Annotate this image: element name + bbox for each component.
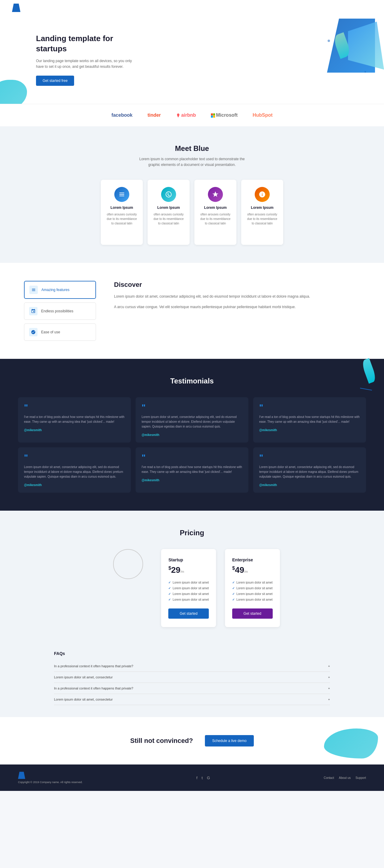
social-twitter-icon[interactable]: t: [201, 776, 203, 780]
plan-features-startup: ✓Lorem ipsum dolor sit amet ✓Lorem ipsum…: [168, 580, 209, 602]
testimonial-card-5: " I've read a ton of blog posts about ho…: [136, 447, 248, 493]
discover-title: Discover: [114, 281, 360, 289]
faq-item-4[interactable]: Lorem ipsum dolor sit amet, consectetur …: [54, 694, 330, 705]
faq-item-3[interactable]: In a professional context it often happe…: [54, 683, 330, 694]
card-title-3: Lorem Ipsum: [199, 206, 232, 210]
cta-teal-blob: [324, 728, 378, 758]
faq-section: FAQs In a professional context it often …: [0, 645, 384, 717]
ease-tab-label: Ease of use: [41, 330, 60, 334]
testimonials-title: Testimonials: [18, 377, 366, 385]
footer-link-support[interactable]: Support: [355, 776, 366, 779]
footer-nav-links: Contact About us Support: [324, 776, 366, 779]
discover-tabs: Amazing features Endless possibilities E…: [24, 281, 96, 341]
quote-mark-6: ": [259, 453, 360, 462]
pricing-card-startup: Startup $29/m ✓Lorem ipsum dolor sit ame…: [161, 549, 216, 627]
quote-mark-2: ": [141, 403, 243, 412]
footer-social-links: f t G: [196, 776, 210, 780]
card-desc-4: often arouses curiosity due to its resem…: [246, 212, 278, 226]
testimonial-card-6: " Lorem ipsum dolor sit amet, consectetu…: [253, 447, 366, 493]
svg-rect-1: [213, 114, 215, 116]
svg-rect-3: [213, 116, 215, 118]
testimonial-text-1: I've read a ton of blog posts about how …: [24, 415, 125, 424]
feature-card-2: Lorem Ipsum often arouses curiosity due …: [148, 180, 190, 245]
faq-expand-icon-4: +: [328, 698, 330, 701]
testimonial-author-3: @mikesmith: [259, 429, 360, 432]
card-icon-3: [208, 187, 223, 202]
faq-question-2: Lorem ipsum dolor sit amet, consectetur: [54, 675, 113, 679]
price-circle-graphic: [113, 549, 143, 579]
meet-blue-title: Meet Blue: [12, 144, 372, 153]
testimonial-card-4: " Lorem ipsum dolor sit amet, consectetu…: [18, 447, 131, 493]
teal-leaf: [361, 358, 377, 384]
testimonial-text-5: I've read a ton of blog posts about how …: [141, 465, 243, 474]
card-icon-2: [161, 187, 176, 202]
footer-link-contact[interactable]: Contact: [324, 776, 334, 779]
testimonial-text-4: Lorem ipsum dolor sit amet, consectetur …: [24, 465, 125, 479]
feature-enterprise-2: ✓Lorem ipsum dolor sit amet: [232, 585, 273, 591]
testimonial-author-4: @mikesmith: [24, 483, 125, 487]
blue-line-decor: [360, 388, 372, 391]
pricing-card-enterprise: Enterprise $49/m ✓Lorem ipsum dolor sit …: [225, 549, 280, 627]
dollar-sign-1: $: [168, 565, 171, 571]
card-icon-4: [255, 187, 270, 202]
testimonial-text-6: Lorem ipsum dolor sit amet, consectetur …: [259, 465, 360, 479]
hero-cta-button[interactable]: Get started free: [36, 75, 74, 86]
feature-startup-1: ✓Lorem ipsum dolor sit amet: [168, 580, 209, 585]
testimonials-grid: " I've read a ton of blog posts about ho…: [18, 397, 366, 493]
testimonial-card-3: " I've read a ton of blog posts about ho…: [253, 397, 366, 442]
partner-logos: facebook tinder airbnb Microsoft HubSpot: [0, 104, 384, 126]
faq-expand-icon-2: +: [328, 675, 330, 679]
quote-mark-1: ": [24, 403, 125, 412]
testimonials-section: Testimonials " I've read a ton of blog p…: [0, 359, 384, 511]
card-desc-3: often arouses curiosity due to its resem…: [199, 212, 232, 226]
features-tab-icon: [29, 286, 38, 294]
discover-content: Discover Lorem ipsum dolor sit amet, con…: [114, 281, 360, 314]
quote-mark-4: ": [24, 453, 125, 462]
plan-period-startup: /m: [180, 570, 184, 574]
possibilities-tab-icon: [29, 307, 37, 315]
feature-enterprise-3: ✓Lorem ipsum dolor sit amet: [232, 591, 273, 597]
get-started-startup-button[interactable]: Get started: [168, 609, 209, 619]
discover-tab-features[interactable]: Amazing features: [24, 281, 96, 299]
feature-card-4: Lorem Ipsum often arouses curiosity due …: [241, 180, 283, 245]
dollar-sign-2: $: [232, 565, 235, 571]
feature-card-3: Lorem Ipsum often arouses curiosity due …: [194, 180, 236, 245]
faq-item-1[interactable]: In a professional context it often happe…: [54, 661, 330, 672]
pricing-section: Pricing Startup $29/m ✓Lorem ipsum dolor…: [0, 511, 384, 645]
svg-rect-0: [211, 114, 213, 116]
footer-link-about[interactable]: About us: [339, 776, 350, 779]
feature-enterprise-1: ✓Lorem ipsum dolor sit amet: [232, 580, 273, 585]
quote-mark-5: ": [141, 453, 243, 462]
social-facebook-icon[interactable]: f: [196, 776, 197, 780]
social-google-icon[interactable]: G: [207, 776, 210, 780]
navbar: [0, 0, 384, 16]
schedule-demo-button[interactable]: Schedule a live demo: [205, 735, 254, 746]
footer-left: Copyright © 2019 Company name. All right…: [18, 772, 83, 784]
plan-period-enterprise: /m: [244, 570, 248, 574]
feature-cards-grid: Lorem Ipsum often arouses curiosity due …: [12, 180, 372, 245]
svg-rect-2: [211, 116, 213, 118]
feature-card-1: Lorem Ipsum often arouses curiosity due …: [101, 180, 143, 245]
card-icon-1: [114, 187, 129, 202]
logo-hubspot: HubSpot: [253, 113, 273, 118]
get-started-enterprise-button[interactable]: Get started: [232, 609, 273, 619]
discover-paragraph-2: A arcu cursus vitae congue. Vel elit sce…: [114, 304, 360, 310]
hero-illustration: [288, 16, 384, 82]
feature-startup-2: ✓Lorem ipsum dolor sit amet: [168, 585, 209, 591]
pricing-title: Pricing: [24, 529, 360, 537]
card-desc-1: often arouses curiosity due to its resem…: [106, 212, 138, 226]
faq-expand-icon-3: +: [328, 686, 330, 690]
faq-title: FAQs: [54, 651, 330, 656]
plan-features-enterprise: ✓Lorem ipsum dolor sit amet ✓Lorem ipsum…: [232, 580, 273, 602]
hero-dot-2: [364, 71, 366, 72]
hero-content: Landing template for startups Our landin…: [36, 34, 132, 86]
discover-tab-ease[interactable]: Ease of use: [24, 323, 96, 341]
hero-dot-1: [328, 40, 330, 42]
faq-item-2[interactable]: Lorem ipsum dolor sit amet, consectetur …: [54, 672, 330, 683]
hero-title: Landing template for startups: [36, 34, 132, 54]
pricing-cards-container: Startup $29/m ✓Lorem ipsum dolor sit ame…: [24, 549, 360, 627]
card-title-2: Lorem Ipsum: [152, 206, 185, 210]
discover-section: Amazing features Endless possibilities E…: [0, 263, 384, 359]
plan-price-enterprise: $49/m: [232, 565, 273, 575]
discover-tab-possibilities[interactable]: Endless possibilities: [24, 303, 96, 320]
